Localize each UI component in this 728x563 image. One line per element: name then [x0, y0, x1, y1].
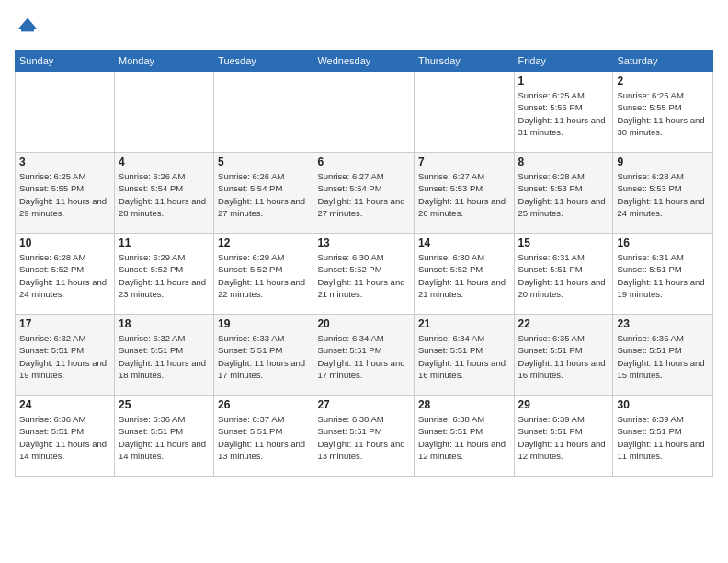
calendar-cell — [214, 72, 313, 153]
day-number: 5 — [218, 155, 309, 168]
day-number: 22 — [518, 317, 609, 330]
calendar-cell: 22Sunrise: 6:35 AM Sunset: 5:51 PM Dayli… — [514, 315, 613, 396]
column-header-tuesday: Tuesday — [214, 51, 313, 72]
calendar-cell: 1Sunrise: 6:25 AM Sunset: 5:56 PM Daylig… — [514, 72, 613, 153]
day-info: Sunrise: 6:27 AM Sunset: 5:53 PM Dayligh… — [418, 170, 510, 219]
day-number: 18 — [119, 317, 210, 330]
calendar-cell: 14Sunrise: 6:30 AM Sunset: 5:52 PM Dayli… — [414, 234, 514, 315]
calendar-cell: 21Sunrise: 6:34 AM Sunset: 5:51 PM Dayli… — [414, 315, 514, 396]
day-number: 25 — [119, 398, 210, 411]
day-info: Sunrise: 6:29 AM Sunset: 5:52 PM Dayligh… — [119, 251, 210, 300]
calendar-cell: 11Sunrise: 6:29 AM Sunset: 5:52 PM Dayli… — [114, 234, 213, 315]
day-number: 2 — [617, 75, 709, 87]
calendar-cell: 6Sunrise: 6:27 AM Sunset: 5:54 PM Daylig… — [313, 153, 415, 234]
day-info: Sunrise: 6:29 AM Sunset: 5:52 PM Dayligh… — [218, 251, 309, 300]
day-number: 24 — [19, 398, 110, 411]
day-number: 10 — [19, 236, 110, 249]
day-info: Sunrise: 6:34 AM Sunset: 5:51 PM Dayligh… — [317, 332, 410, 381]
calendar-cell: 29Sunrise: 6:39 AM Sunset: 5:51 PM Dayli… — [514, 396, 613, 477]
day-info: Sunrise: 6:32 AM Sunset: 5:51 PM Dayligh… — [19, 332, 110, 381]
day-number: 12 — [218, 236, 309, 249]
day-info: Sunrise: 6:38 AM Sunset: 5:51 PM Dayligh… — [317, 413, 410, 462]
day-info: Sunrise: 6:39 AM Sunset: 5:51 PM Dayligh… — [518, 413, 609, 462]
day-number: 3 — [19, 155, 110, 168]
day-info: Sunrise: 6:25 AM Sunset: 5:55 PM Dayligh… — [617, 89, 709, 138]
calendar-cell: 20Sunrise: 6:34 AM Sunset: 5:51 PM Dayli… — [313, 315, 415, 396]
calendar-cell: 26Sunrise: 6:37 AM Sunset: 5:51 PM Dayli… — [214, 396, 313, 477]
calendar-cell: 10Sunrise: 6:28 AM Sunset: 5:52 PM Dayli… — [16, 234, 115, 315]
day-info: Sunrise: 6:30 AM Sunset: 5:52 PM Dayligh… — [317, 251, 410, 300]
column-header-saturday: Saturday — [613, 51, 713, 72]
calendar-week-row: 3Sunrise: 6:25 AM Sunset: 5:55 PM Daylig… — [16, 153, 713, 234]
day-number: 1 — [518, 75, 609, 87]
day-info: Sunrise: 6:37 AM Sunset: 5:51 PM Dayligh… — [218, 413, 309, 462]
calendar-cell — [16, 72, 115, 153]
day-number: 27 — [317, 398, 410, 411]
day-info: Sunrise: 6:31 AM Sunset: 5:51 PM Dayligh… — [617, 251, 709, 300]
day-info: Sunrise: 6:35 AM Sunset: 5:51 PM Dayligh… — [518, 332, 609, 381]
calendar-cell: 7Sunrise: 6:27 AM Sunset: 5:53 PM Daylig… — [414, 153, 514, 234]
calendar-cell: 15Sunrise: 6:31 AM Sunset: 5:51 PM Dayli… — [514, 234, 613, 315]
calendar-header-row: SundayMondayTuesdayWednesdayThursdayFrid… — [16, 51, 713, 72]
calendar-cell: 4Sunrise: 6:26 AM Sunset: 5:54 PM Daylig… — [114, 153, 213, 234]
calendar-cell: 13Sunrise: 6:30 AM Sunset: 5:52 PM Dayli… — [313, 234, 415, 315]
day-info: Sunrise: 6:36 AM Sunset: 5:51 PM Dayligh… — [119, 413, 210, 462]
column-header-friday: Friday — [514, 51, 613, 72]
day-info: Sunrise: 6:28 AM Sunset: 5:53 PM Dayligh… — [518, 170, 609, 219]
day-number: 19 — [218, 317, 309, 330]
day-number: 13 — [317, 236, 410, 249]
day-number: 7 — [418, 155, 510, 168]
calendar-cell: 12Sunrise: 6:29 AM Sunset: 5:52 PM Dayli… — [214, 234, 313, 315]
day-number: 6 — [317, 155, 410, 168]
day-info: Sunrise: 6:27 AM Sunset: 5:54 PM Dayligh… — [317, 170, 410, 219]
day-number: 28 — [418, 398, 510, 411]
day-number: 21 — [418, 317, 510, 330]
day-info: Sunrise: 6:25 AM Sunset: 5:55 PM Dayligh… — [19, 170, 110, 219]
day-info: Sunrise: 6:36 AM Sunset: 5:51 PM Dayligh… — [19, 413, 110, 462]
day-info: Sunrise: 6:39 AM Sunset: 5:51 PM Dayligh… — [617, 413, 709, 462]
logo-icon — [15, 15, 40, 40]
day-number: 9 — [617, 155, 709, 168]
calendar-cell: 8Sunrise: 6:28 AM Sunset: 5:53 PM Daylig… — [514, 153, 613, 234]
day-info: Sunrise: 6:26 AM Sunset: 5:54 PM Dayligh… — [218, 170, 309, 219]
calendar-cell: 9Sunrise: 6:28 AM Sunset: 5:53 PM Daylig… — [613, 153, 713, 234]
day-number: 15 — [518, 236, 609, 249]
day-info: Sunrise: 6:28 AM Sunset: 5:52 PM Dayligh… — [19, 251, 110, 300]
day-number: 20 — [317, 317, 410, 330]
day-info: Sunrise: 6:26 AM Sunset: 5:54 PM Dayligh… — [119, 170, 210, 219]
day-number: 29 — [518, 398, 609, 411]
calendar-cell — [313, 72, 415, 153]
calendar-cell — [114, 72, 213, 153]
column-header-sunday: Sunday — [16, 51, 115, 72]
day-number: 8 — [518, 155, 609, 168]
calendar-cell: 19Sunrise: 6:33 AM Sunset: 5:51 PM Dayli… — [214, 315, 313, 396]
calendar-cell: 24Sunrise: 6:36 AM Sunset: 5:51 PM Dayli… — [16, 396, 115, 477]
day-number: 30 — [617, 398, 709, 411]
calendar-cell — [414, 72, 514, 153]
calendar-week-row: 17Sunrise: 6:32 AM Sunset: 5:51 PM Dayli… — [16, 315, 713, 396]
calendar-cell: 16Sunrise: 6:31 AM Sunset: 5:51 PM Dayli… — [613, 234, 713, 315]
calendar-cell: 5Sunrise: 6:26 AM Sunset: 5:54 PM Daylig… — [214, 153, 313, 234]
day-number: 4 — [119, 155, 210, 168]
day-number: 14 — [418, 236, 510, 249]
column-header-wednesday: Wednesday — [313, 51, 415, 72]
calendar-week-row: 10Sunrise: 6:28 AM Sunset: 5:52 PM Dayli… — [16, 234, 713, 315]
column-header-thursday: Thursday — [414, 51, 514, 72]
day-info: Sunrise: 6:34 AM Sunset: 5:51 PM Dayligh… — [418, 332, 510, 381]
day-info: Sunrise: 6:38 AM Sunset: 5:51 PM Dayligh… — [418, 413, 510, 462]
calendar-week-row: 24Sunrise: 6:36 AM Sunset: 5:51 PM Dayli… — [16, 396, 713, 477]
day-info: Sunrise: 6:33 AM Sunset: 5:51 PM Dayligh… — [218, 332, 309, 381]
calendar-cell: 30Sunrise: 6:39 AM Sunset: 5:51 PM Dayli… — [613, 396, 713, 477]
svg-rect-1 — [21, 29, 34, 32]
day-number: 23 — [617, 317, 709, 330]
calendar-cell: 25Sunrise: 6:36 AM Sunset: 5:51 PM Dayli… — [114, 396, 213, 477]
calendar-cell: 2Sunrise: 6:25 AM Sunset: 5:55 PM Daylig… — [613, 72, 713, 153]
day-info: Sunrise: 6:30 AM Sunset: 5:52 PM Dayligh… — [418, 251, 510, 300]
column-header-monday: Monday — [114, 51, 213, 72]
svg-marker-0 — [18, 18, 38, 29]
day-info: Sunrise: 6:28 AM Sunset: 5:53 PM Dayligh… — [617, 170, 709, 219]
calendar-cell: 23Sunrise: 6:35 AM Sunset: 5:51 PM Dayli… — [613, 315, 713, 396]
logo — [15, 15, 44, 40]
calendar-cell: 27Sunrise: 6:38 AM Sunset: 5:51 PM Dayli… — [313, 396, 415, 477]
day-info: Sunrise: 6:35 AM Sunset: 5:51 PM Dayligh… — [617, 332, 709, 381]
